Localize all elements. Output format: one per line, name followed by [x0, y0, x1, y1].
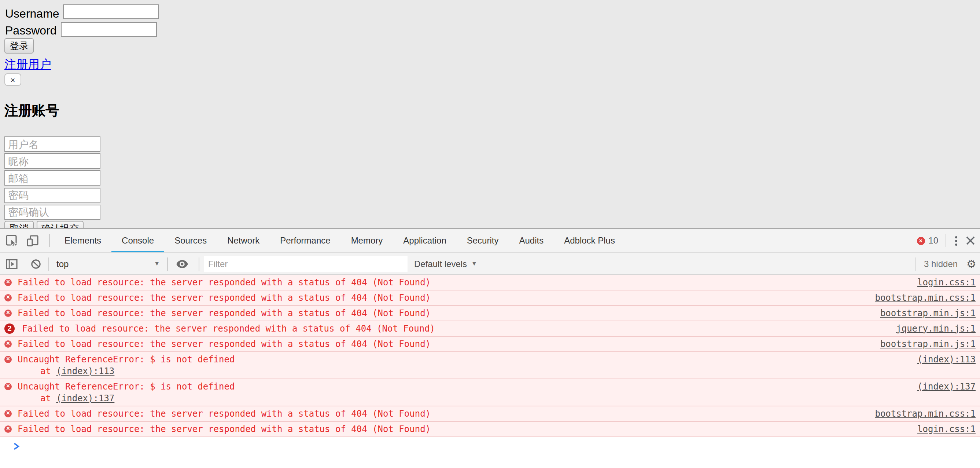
error-count: 10	[928, 235, 938, 246]
webpage: Username Password 登录 注册用户 × 注册账号 取消 确认提交	[0, 0, 980, 228]
console-message-row: 2Failed to load resource: the server res…	[0, 321, 980, 337]
javascript-context-dropdown[interactable]: top ▼	[56, 259, 160, 269]
password-input[interactable]	[61, 22, 157, 37]
tab-console[interactable]: Console	[111, 229, 164, 252]
error-count-icon[interactable]: ×	[916, 236, 925, 244]
divider	[915, 257, 916, 270]
clear-console-icon[interactable]	[31, 259, 41, 269]
divider	[49, 234, 50, 247]
console-source-link[interactable]: bootstrap.min.js:1	[880, 308, 975, 319]
devtools-panel: ElementsConsoleSourcesNetworkPerformance…	[0, 228, 980, 468]
stack-at-prefix: at	[40, 393, 56, 403]
stack-source-link[interactable]: (index):137	[56, 393, 115, 403]
console-message-row: Uncaught ReferenceError: $ is not define…	[0, 379, 980, 406]
divider	[167, 257, 168, 270]
console-messages: Failed to load resource: the server resp…	[0, 275, 980, 437]
device-toolbar-icon[interactable]	[26, 229, 39, 252]
console-message-text: Failed to load resource: the server resp…	[18, 277, 431, 287]
console-filter-input[interactable]	[204, 256, 407, 272]
console-source-link[interactable]: bootstrap.min.css:1	[875, 408, 975, 419]
console-prompt[interactable]	[13, 442, 980, 453]
console-message-row: Failed to load resource: the server resp…	[0, 406, 980, 422]
error-icon	[5, 383, 12, 390]
console-message-text: Uncaught ReferenceError: $ is not define…	[18, 381, 235, 391]
hidden-messages-count: 3 hidden	[924, 259, 958, 269]
error-icon	[5, 310, 12, 317]
prompt-chevron-icon	[13, 442, 20, 450]
submit-button[interactable]: 确认提交	[37, 221, 84, 228]
console-source-link[interactable]: login.css:1	[917, 277, 975, 288]
tab-network[interactable]: Network	[217, 229, 270, 252]
error-icon	[5, 340, 12, 348]
tab-application[interactable]: Application	[393, 229, 456, 252]
tab-performance[interactable]: Performance	[270, 229, 340, 252]
error-icon	[5, 356, 12, 363]
register-field-input[interactable]	[5, 204, 100, 220]
console-message-row: Failed to load resource: the server resp…	[0, 422, 980, 437]
console-message-text: Failed to load resource: the server resp…	[18, 292, 431, 303]
tab-sources[interactable]: Sources	[164, 229, 217, 252]
console-message-row: Failed to load resource: the server resp…	[0, 291, 980, 306]
close-devtools-icon[interactable]	[966, 236, 975, 245]
stack-trace-line: at (index):137	[40, 392, 975, 404]
chevron-down-icon: ▼	[154, 260, 160, 267]
console-message-text: Failed to load resource: the server resp…	[18, 308, 431, 318]
console-message-row: Failed to load resource: the server resp…	[0, 337, 980, 352]
register-field-input[interactable]	[5, 153, 100, 169]
log-levels-dropdown[interactable]: Default levels ▼	[414, 259, 477, 269]
console-settings-gear-icon[interactable]: ⚙	[966, 258, 976, 269]
console-message-text: Failed to load resource: the server resp…	[18, 423, 431, 434]
register-modal-title: 注册账号	[5, 101, 59, 120]
login-button[interactable]: 登录	[5, 38, 34, 54]
console-source-link[interactable]: jquery.min.js:1	[896, 323, 975, 334]
console-message-row: Failed to load resource: the server resp…	[0, 275, 980, 291]
console-source-link[interactable]: (index):113	[917, 354, 975, 365]
tab-memory[interactable]: Memory	[341, 229, 393, 252]
chevron-down-icon: ▼	[471, 260, 477, 267]
show-console-sidebar-icon[interactable]	[6, 259, 18, 269]
console-message-text: Failed to load resource: the server resp…	[22, 323, 435, 334]
divider	[945, 234, 946, 247]
error-icon	[5, 279, 12, 286]
console-source-link[interactable]: (index):137	[917, 381, 975, 392]
tab-adblock-plus[interactable]: Adblock Plus	[554, 229, 625, 252]
stack-source-link[interactable]: (index):113	[56, 366, 115, 376]
live-expression-eye-icon[interactable]	[176, 259, 188, 268]
devtools-tab-bar: ElementsConsoleSourcesNetworkPerformance…	[0, 229, 980, 253]
tab-elements[interactable]: Elements	[54, 229, 111, 252]
inspect-element-icon[interactable]	[6, 229, 18, 252]
password-label: Password	[5, 24, 57, 37]
stack-trace-line: at (index):113	[40, 365, 975, 377]
tabbar-right: × 10	[916, 229, 980, 252]
divider	[48, 257, 49, 270]
console-message-text: Uncaught ReferenceError: $ is not define…	[18, 354, 235, 364]
screen: Username Password 登录 注册用户 × 注册账号 取消 确认提交…	[0, 0, 980, 468]
console-source-link[interactable]: bootstrap.min.css:1	[875, 292, 975, 303]
register-field-input[interactable]	[5, 171, 100, 186]
error-icon	[5, 425, 12, 433]
modal-close-button[interactable]: ×	[5, 73, 21, 86]
divider	[199, 257, 199, 270]
register-link[interactable]: 注册用户	[5, 57, 51, 73]
log-levels-label: Default levels	[414, 259, 467, 269]
console-toolbar: top ▼ Default levels ▼ 3 hidden ⚙	[0, 253, 980, 275]
register-field-input[interactable]	[5, 136, 100, 152]
console-message-text: Failed to load resource: the server resp…	[18, 408, 431, 418]
context-label: top	[56, 259, 68, 269]
tab-security[interactable]: Security	[457, 229, 509, 252]
username-input[interactable]	[63, 5, 159, 19]
error-icon	[5, 410, 12, 417]
console-source-link[interactable]: login.css:1	[917, 423, 975, 434]
more-options-icon[interactable]	[955, 235, 957, 246]
stack-at-prefix: at	[40, 366, 56, 376]
console-message-row: Failed to load resource: the server resp…	[0, 306, 980, 321]
console-message-text: Failed to load resource: the server resp…	[18, 339, 431, 349]
devtools-tabs: ElementsConsoleSourcesNetworkPerformance…	[54, 229, 625, 252]
console-source-link[interactable]: bootstrap.min.js:1	[880, 339, 975, 350]
toolbar-right: 3 hidden ⚙	[915, 257, 980, 270]
cancel-button[interactable]: 取消	[5, 221, 34, 228]
error-icon	[5, 294, 12, 302]
register-field-input[interactable]	[5, 187, 100, 203]
repeat-count-badge: 2	[5, 324, 15, 334]
tab-audits[interactable]: Audits	[509, 229, 554, 252]
